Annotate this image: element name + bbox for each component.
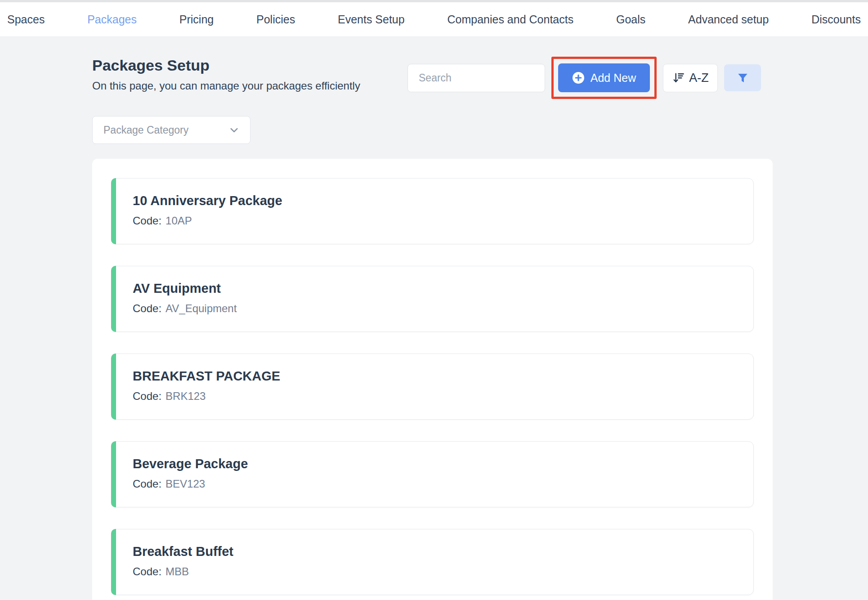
package-code: AV_Equipment: [166, 302, 237, 314]
nav-item-pricing[interactable]: Pricing: [179, 13, 214, 26]
nav-item-goals[interactable]: Goals: [616, 13, 645, 26]
toolbar: Add New A-Z: [407, 57, 761, 99]
card-accent-bar: [111, 266, 116, 332]
page-header: Packages Setup On this page, you can man…: [0, 37, 868, 99]
code-label: Code:: [133, 565, 161, 578]
code-label: Code:: [133, 215, 161, 227]
nav-item-discounts[interactable]: Discounts: [811, 13, 861, 26]
package-code: BEV123: [166, 478, 205, 490]
title-block: Packages Setup On this page, you can man…: [92, 57, 360, 92]
nav-item-packages[interactable]: Packages: [87, 13, 137, 26]
add-new-button[interactable]: Add New: [558, 63, 650, 92]
package-name: AV Equipment: [133, 281, 753, 296]
page-title: Packages Setup: [92, 57, 360, 74]
code-label: Code:: [133, 478, 161, 490]
code-label: Code:: [133, 302, 161, 314]
package-name: 10 Anniversary Package: [133, 193, 753, 208]
search-input[interactable]: [407, 64, 545, 92]
package-category-dropdown[interactable]: Package Category: [92, 116, 251, 144]
package-card[interactable]: Beverage Package Code:BEV123: [111, 441, 754, 507]
top-navbar: Spaces Packages Pricing Policies Events …: [0, 2, 868, 37]
filter-button[interactable]: [724, 64, 761, 91]
package-name: Breakfast Buffet: [133, 544, 753, 559]
package-card[interactable]: Breakfast Buffet Code:MBB: [111, 529, 754, 595]
page-subtitle: On this page, you can manage your packag…: [92, 80, 360, 92]
package-card[interactable]: 10 Anniversary Package Code:10AP: [111, 178, 754, 244]
packages-list-panel: 10 Anniversary Package Code:10AP AV Equi…: [92, 159, 773, 600]
sort-az-button[interactable]: A-Z: [663, 64, 718, 92]
nav-item-policies[interactable]: Policies: [256, 13, 295, 26]
nav-item-advanced-setup[interactable]: Advanced setup: [688, 13, 769, 26]
package-code: MBB: [166, 565, 189, 578]
card-accent-bar: [111, 178, 116, 244]
package-card[interactable]: BREAKFAST PACKAGE Code:BRK123: [111, 354, 754, 420]
code-label: Code:: [133, 390, 161, 402]
package-card[interactable]: AV Equipment Code:AV_Equipment: [111, 266, 754, 332]
package-name: BREAKFAST PACKAGE: [133, 369, 753, 384]
package-name: Beverage Package: [133, 457, 753, 471]
nav-item-companies-and-contacts[interactable]: Companies and Contacts: [447, 13, 573, 26]
card-accent-bar: [111, 529, 116, 595]
add-new-label: Add New: [591, 72, 636, 85]
chevron-down-icon: [228, 124, 240, 136]
card-accent-bar: [111, 354, 116, 420]
sort-az-label: A-Z: [689, 71, 709, 85]
sort-descending-icon: [672, 71, 685, 85]
package-code: 10AP: [166, 215, 192, 227]
funnel-icon: [737, 72, 749, 84]
card-accent-bar: [111, 441, 116, 507]
nav-item-spaces[interactable]: Spaces: [7, 13, 45, 26]
package-code: BRK123: [166, 390, 206, 402]
package-category-placeholder: Package Category: [103, 124, 188, 136]
annotation-highlight-box: Add New: [551, 57, 657, 99]
nav-item-events-setup[interactable]: Events Setup: [338, 13, 405, 26]
plus-circle-icon: [572, 72, 585, 84]
